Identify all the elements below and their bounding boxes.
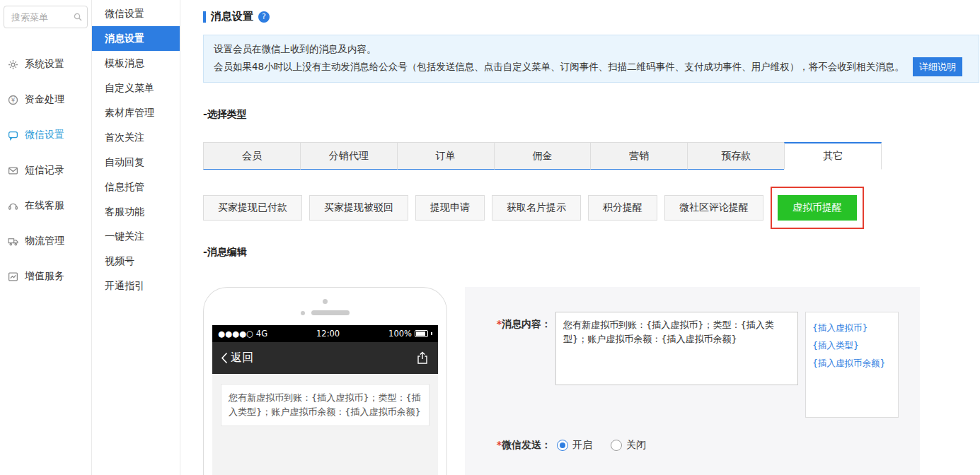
carrier-signal-label: ●●●●○ 4G [218, 329, 267, 339]
battery-icon [415, 330, 428, 337]
phone-speaker [311, 310, 350, 315]
insert-variable-panel: {插入虚拟币} {插入类型} {插入虚拟币余额} [805, 312, 899, 418]
sidebar-item-label: 资金处理 [25, 93, 64, 106]
sidebar-item-logistics[interactable]: 物流管理 [0, 223, 91, 259]
tab-member[interactable]: 会员 [203, 142, 300, 170]
phone-nav-bar: 返回 [212, 342, 438, 374]
page-title: 消息设置 ? [203, 10, 980, 23]
truck-icon [7, 236, 18, 247]
submenu-item-wechat-settings[interactable]: 微信设置 [92, 1, 180, 26]
radio-off-label: 关闭 [626, 439, 646, 452]
submenu-item-one-click-follow[interactable]: 一键关注 [92, 224, 180, 249]
phone-message-card: 您有新虚拟币到账：{插入虚拟币}；类型：{插入类型}；账户虚拟币余额：{插入虚拟… [221, 384, 430, 426]
sidebar-item-label: 短信记录 [25, 164, 64, 177]
notice-line1: 设置会员在微信上收到的消息及内容。 [214, 41, 969, 57]
phone-preview: ●●●●○ 4G 12:00 100% 返回 [203, 287, 447, 475]
wechat-submenu: 微信设置 消息设置 模板消息 自定义菜单 素材库管理 首次关注 自动回复 信息托… [92, 0, 180, 475]
radio-option-off[interactable]: 关闭 [611, 439, 646, 452]
phone-message-area: 您有新虚拟币到账：{插入虚拟币}；类型：{插入类型}；账户虚拟币余额：{插入虚拟… [212, 374, 438, 475]
submenu-item-template-message[interactable]: 模板消息 [92, 51, 180, 76]
required-mark: * [497, 439, 502, 450]
btn-withdraw-apply[interactable]: 提现申请 [415, 195, 485, 221]
phone-camera-dot [323, 299, 328, 304]
headset-icon [7, 201, 18, 211]
help-icon[interactable]: ? [258, 11, 270, 23]
sidebar-item-online-service[interactable]: 在线客服 [0, 188, 91, 223]
main-content: 消息设置 ? 设置会员在微信上收到的消息及内容。 会员如果48小时以上没有主动发… [180, 0, 980, 475]
detail-button[interactable]: 详细说明 [913, 57, 962, 76]
message-type-buttons: 买家提现已付款 买家提现被驳回 提现申请 获取名片提示 积分提醒 微社区评论提醒… [203, 195, 980, 221]
back-label: 返回 [231, 351, 253, 365]
clock-label: 12:00 [316, 329, 340, 339]
chart-icon [7, 271, 18, 282]
back-button: 返回 [221, 351, 253, 365]
tab-commission[interactable]: 佣金 [494, 142, 591, 170]
sidebar-item-funds[interactable]: ¥ 资金处理 [0, 82, 91, 117]
submenu-item-service-functions[interactable]: 客服功能 [92, 199, 180, 224]
message-content-textarea[interactable]: 您有新虚拟币到账：{插入虚拟币}；类型：{插入类型}；账户虚拟币余额：{插入虚拟… [555, 312, 798, 385]
btn-points-reminder[interactable]: 积分提醒 [588, 195, 657, 221]
virtual-coin-highlight-wrap: 虚拟币提醒 [778, 195, 857, 221]
btn-community-comment-reminder[interactable]: 微社区评论提醒 [664, 195, 763, 221]
phone-status-bar: ●●●●○ 4G 12:00 100% [212, 325, 438, 342]
sms-icon [7, 165, 18, 176]
submenu-item-info-hosting[interactable]: 信息托管 [92, 175, 180, 199]
sidebar-item-label: 在线客服 [25, 199, 64, 212]
tab-distribution-agent[interactable]: 分销代理 [300, 142, 397, 170]
tab-other[interactable]: 其它 [784, 142, 882, 170]
message-edit-label: -消息编辑 [203, 246, 980, 259]
submenu-item-auto-reply[interactable]: 自动回复 [92, 150, 180, 175]
message-editor: ●●●●○ 4G 12:00 100% 返回 [203, 287, 980, 475]
submenu-item-video-channel[interactable]: 视频号 [92, 249, 180, 274]
required-mark: * [497, 318, 502, 329]
gear-icon [7, 59, 18, 70]
btn-withdraw-paid[interactable]: 买家提现已付款 [203, 195, 302, 221]
content-label: *消息内容： [480, 312, 551, 331]
notice-box: 设置会员在微信上收到的消息及内容。 会员如果48小时以上没有主动发消息给公众号（… [203, 35, 979, 83]
submenu-item-first-follow[interactable]: 首次关注 [92, 125, 180, 150]
tab-marketing[interactable]: 营销 [590, 142, 687, 170]
wechat-send-row: *微信发送： 开启 关闭 [480, 439, 920, 452]
sidebar-item-system-settings[interactable]: 系统设置 [0, 47, 91, 82]
insert-balance-link[interactable]: {插入虚拟币余额} [812, 354, 892, 372]
message-form: *消息内容： 您有新虚拟币到账：{插入虚拟币}；类型：{插入类型}；账户虚拟币余… [465, 287, 920, 475]
insert-type-link[interactable]: {插入类型} [812, 336, 892, 354]
notice-line2: 会员如果48小时以上没有主动发消息给公众号（包括发送信息、点击自定义菜单、订阅事… [214, 57, 969, 76]
battery-nub [431, 332, 432, 335]
share-icon [415, 351, 430, 365]
submenu-item-message-settings[interactable]: 消息设置 [92, 26, 180, 51]
phone-sensor-dot [301, 311, 305, 315]
content-label-text: 消息内容： [502, 318, 551, 329]
chevron-left-icon [221, 352, 228, 364]
notice-line2-text: 会员如果48小时以上没有主动发消息给公众号（包括发送信息、点击自定义菜单、订阅事… [214, 61, 904, 72]
btn-withdraw-rejected[interactable]: 买家提现被驳回 [309, 195, 408, 221]
sidebar-item-sms-records[interactable]: 短信记录 [0, 153, 91, 188]
insert-virtual-coin-link[interactable]: {插入虚拟币} [812, 319, 892, 336]
radio-on-label: 开启 [572, 439, 592, 452]
submenu-item-activation-guide[interactable]: 开通指引 [92, 274, 180, 298]
tab-prepaid[interactable]: 预存款 [687, 142, 784, 170]
app-window: 系统设置 ¥ 资金处理 微信设置 短信记录 在线客服 [0, 0, 980, 475]
send-options: 开启 关闭 [557, 439, 646, 452]
tab-order[interactable]: 订单 [397, 142, 494, 170]
radio-off-icon[interactable] [611, 440, 622, 451]
submenu-item-material-library[interactable]: 素材库管理 [92, 100, 180, 125]
sidebar-item-label: 物流管理 [25, 235, 64, 247]
title-accent-bar [203, 11, 206, 23]
send-label: *微信发送： [480, 439, 551, 452]
sidebar-item-value-services[interactable]: 增值服务 [0, 259, 91, 294]
radio-option-on[interactable]: 开启 [557, 439, 592, 452]
wechat-icon [7, 130, 18, 141]
phone-screen: ●●●●○ 4G 12:00 100% 返回 [212, 325, 438, 475]
sidebar-item-label: 增值服务 [25, 270, 64, 283]
coin-icon: ¥ [7, 95, 18, 105]
radio-on-icon[interactable] [557, 440, 568, 451]
select-type-label: -选择类型 [203, 108, 980, 121]
btn-virtual-coin-reminder[interactable]: 虚拟币提醒 [778, 195, 857, 221]
submenu-item-custom-menu[interactable]: 自定义菜单 [92, 76, 180, 100]
battery-status: 100% [388, 329, 432, 339]
main-sidebar: 系统设置 ¥ 资金处理 微信设置 短信记录 在线客服 [0, 0, 92, 475]
sidebar-item-wechat-settings[interactable]: 微信设置 [0, 117, 91, 153]
phone-top-row [212, 310, 438, 315]
btn-get-card-tip[interactable]: 获取名片提示 [492, 195, 581, 221]
